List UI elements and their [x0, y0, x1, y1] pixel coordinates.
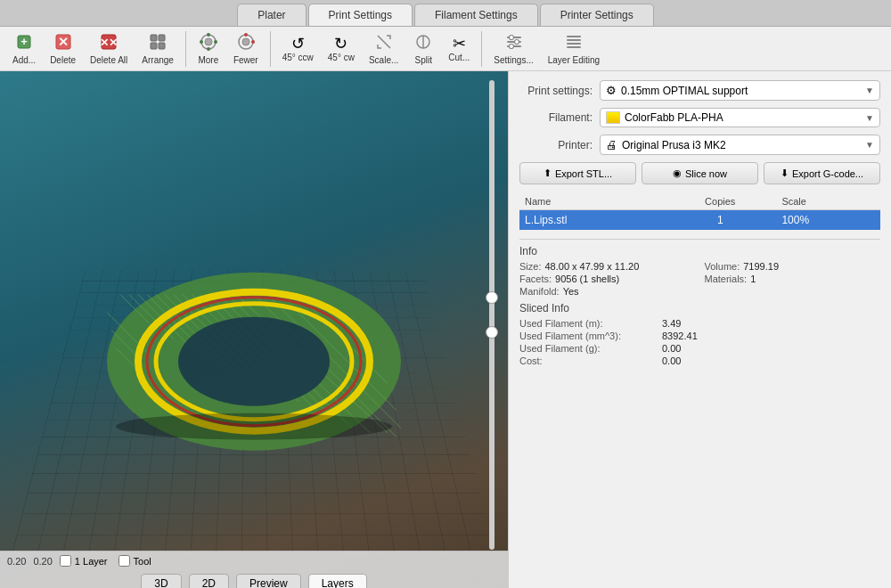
- toolbar-sep-1: [185, 31, 186, 67]
- svg-point-19: [251, 40, 255, 44]
- slice-now-icon: ◉: [673, 167, 682, 179]
- svg-rect-8: [151, 43, 157, 49]
- sliced-row-0: Used Filament (m): 3.49: [519, 318, 880, 329]
- info-grid: Size: 48.00 x 47.99 x 11.20 Volume: 7199…: [519, 261, 880, 297]
- layer-value-left: 0.20: [7, 556, 26, 567]
- tab-filament-settings[interactable]: Filament Settings: [414, 4, 538, 26]
- more-button[interactable]: More: [192, 30, 225, 67]
- printer-select[interactable]: 🖨 Original Prusa i3 MK2 ▼: [600, 135, 880, 155]
- delete-all-icon: ✕✕: [99, 32, 119, 54]
- svg-text:✕: ✕: [58, 35, 69, 49]
- export-stl-icon: ⬆: [544, 167, 552, 179]
- rotate-cw-label: 45° cw: [328, 53, 355, 62]
- view-preview-button[interactable]: Preview: [236, 574, 301, 588]
- print-settings-icon: ⚙: [606, 84, 617, 97]
- add-label: Add...: [12, 55, 36, 65]
- tool-checkbox[interactable]: [119, 555, 130, 567]
- viewport[interactable]: 0.20 0.20 1 Layer Tool 3D 2D Preview: [0, 71, 508, 588]
- layer-editing-button[interactable]: Layer Editing: [543, 30, 605, 67]
- svg-rect-29: [567, 36, 581, 37]
- delete-label: Delete: [50, 55, 76, 65]
- info-volume-label: Volume:: [705, 261, 740, 272]
- svg-point-27: [514, 40, 519, 45]
- layer-slider[interactable]: [489, 80, 495, 550]
- cut-button[interactable]: ✂ Cut...: [443, 34, 475, 64]
- info-facets-row: Facets: 9056 (1 shells): [519, 274, 696, 284]
- tab-plater[interactable]: Plater: [237, 4, 306, 26]
- info-facets-label: Facets:: [519, 274, 552, 284]
- delete-button[interactable]: ✕ Delete: [45, 30, 81, 67]
- objects-table: Name Copies Scale L.Lips.stl 1 100%: [519, 193, 880, 230]
- scale-button[interactable]: Scale...: [364, 30, 404, 67]
- print-settings-arrow: ▼: [865, 86, 874, 95]
- printer-value: Original Prusa i3 MK2: [622, 139, 865, 151]
- svg-point-17: [242, 38, 249, 45]
- tab-print-settings[interactable]: Print Settings: [308, 4, 413, 26]
- rotate-ccw-button[interactable]: ↺ 45° ccw: [277, 34, 319, 64]
- printer-label: Printer:: [519, 139, 600, 151]
- export-stl-button[interactable]: ⬆ Export STL...: [519, 162, 636, 184]
- fewer-button[interactable]: Fewer: [228, 30, 264, 67]
- print-settings-label: Print settings:: [519, 85, 600, 97]
- info-manifold-value: Yes: [563, 286, 579, 297]
- filament-arrow: ▼: [865, 113, 874, 123]
- split-label: Split: [415, 55, 432, 65]
- view-mode-buttons: 3D 2D Preview Layers: [7, 570, 501, 588]
- arrange-button[interactable]: Arrange: [136, 30, 179, 67]
- sliced-info-section: Sliced Info Used Filament (m): 3.49 Used…: [519, 302, 880, 366]
- filament-color-swatch: [606, 111, 620, 124]
- export-stl-label: Export STL...: [555, 168, 612, 179]
- tool-label: Tool: [119, 555, 151, 567]
- slider-thumb-top[interactable]: [486, 291, 498, 304]
- settings-icon: [504, 32, 524, 54]
- delete-all-label: Delete All: [90, 55, 127, 65]
- add-icon: +: [14, 32, 34, 54]
- table-header-scale: Scale: [776, 193, 880, 210]
- layer-checkbox[interactable]: [60, 555, 71, 567]
- table-cell-copies: 1: [664, 210, 776, 231]
- sliced-row-3: Cost: 0.00: [519, 355, 880, 366]
- top-tab-bar: Plater Print Settings Filament Settings …: [0, 0, 891, 27]
- table-header-copies: Copies: [664, 193, 776, 210]
- slice-now-button[interactable]: ◉ Slice now: [642, 162, 758, 184]
- printer-arrow: ▼: [865, 140, 874, 150]
- info-volume-value: 7199.19: [743, 261, 779, 272]
- info-volume-row: Volume: 7199.19: [705, 261, 881, 272]
- print-settings-select[interactable]: ⚙ 0.15mm OPTIMAL support ▼: [600, 80, 880, 101]
- filament-select[interactable]: ColorFabb PLA-PHA ▼: [600, 108, 880, 127]
- layer-editing-label: Layer Editing: [548, 55, 600, 65]
- action-buttons: ⬆ Export STL... ◉ Slice now ⬇ Export G-c…: [519, 162, 880, 184]
- layer-editing-icon: [564, 32, 584, 54]
- view-layers-button[interactable]: Layers: [308, 574, 367, 588]
- tab-printer-settings[interactable]: Printer Settings: [540, 4, 654, 26]
- export-gcode-button[interactable]: ⬇ Export G-code...: [764, 162, 880, 184]
- sliced-info-title: Sliced Info: [519, 302, 880, 314]
- svg-point-13: [214, 40, 217, 44]
- split-button[interactable]: Split: [407, 30, 439, 67]
- svg-line-20: [378, 36, 390, 48]
- export-gcode-label: Export G-code...: [792, 168, 863, 179]
- main-toolbar: + Add... ✕ Delete ✕✕ Delete All: [0, 27, 891, 71]
- sliced-row-2: Used Filament (g): 0.00: [519, 343, 880, 354]
- layer-label: 1 Layer: [60, 555, 108, 567]
- slider-thumb-bottom[interactable]: [486, 326, 498, 339]
- sliced-val-2: 0.00: [662, 343, 681, 354]
- svg-point-12: [207, 33, 210, 37]
- table-header-name: Name: [519, 193, 664, 210]
- view-2d-button[interactable]: 2D: [189, 574, 229, 588]
- layer-controls: 0.20 0.20 1 Layer Tool: [7, 555, 501, 567]
- view-3d-button[interactable]: 3D: [141, 574, 181, 588]
- cut-icon: ✂: [453, 36, 466, 52]
- table-cell-name: L.Lips.stl: [519, 210, 664, 231]
- print-settings-row: Print settings: ⚙ 0.15mm OPTIMAL support…: [519, 80, 880, 101]
- table-row[interactable]: L.Lips.stl 1 100%: [519, 210, 880, 231]
- printer-icon: 🖨: [606, 138, 617, 151]
- add-button[interactable]: + Add...: [7, 30, 41, 67]
- delete-all-button[interactable]: ✕✕ Delete All: [85, 30, 133, 67]
- svg-rect-31: [567, 43, 581, 45]
- sliced-key-0: Used Filament (m):: [519, 318, 662, 329]
- settings-button[interactable]: Settings...: [488, 30, 538, 67]
- sliced-key-3: Cost:: [519, 355, 662, 366]
- rotate-cw-button[interactable]: ↻ 45° cw: [323, 34, 360, 64]
- info-materials-value: 1: [750, 274, 756, 284]
